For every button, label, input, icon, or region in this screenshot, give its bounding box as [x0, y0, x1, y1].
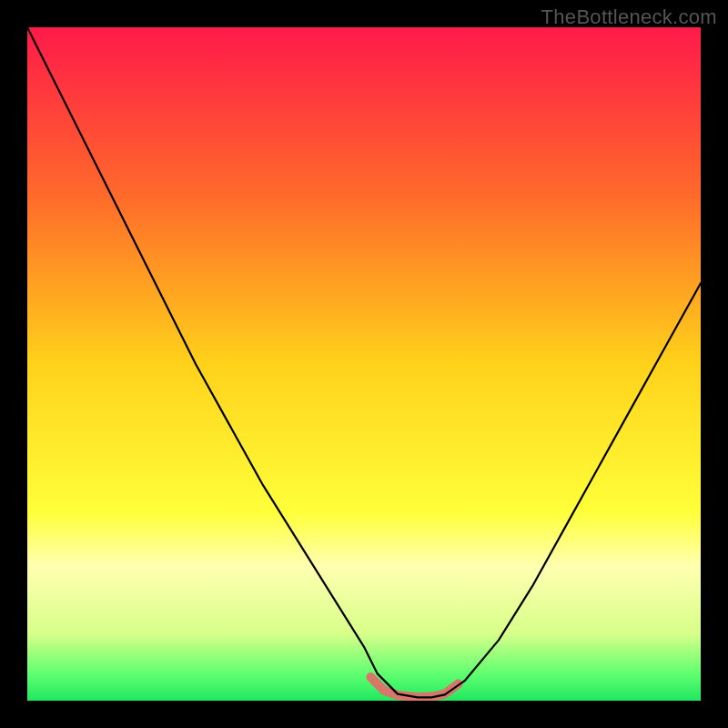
- watermark-label: TheBottleneck.com: [541, 5, 717, 29]
- plot-area: [27, 27, 701, 701]
- curve-overlay: [27, 27, 701, 701]
- bottleneck-curve-line: [27, 27, 701, 697]
- bottleneck-chart: TheBottleneck.com: [0, 0, 728, 728]
